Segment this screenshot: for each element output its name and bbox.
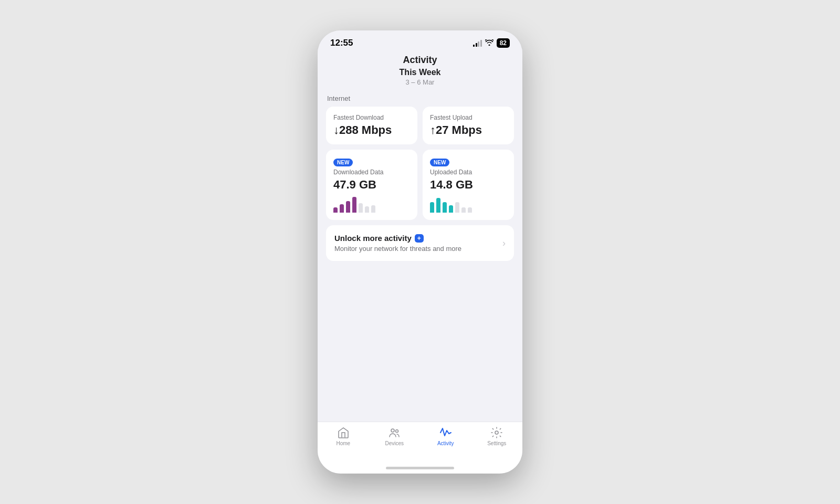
fastest-upload-title: Fastest Upload (430, 114, 507, 121)
upload-bar-chart (430, 196, 507, 213)
week-label: This Week (326, 68, 514, 77)
page-title: Activity (326, 55, 514, 66)
svg-point-0 (391, 429, 394, 432)
fastest-upload-card: Fastest Upload ↑27 Mbps (423, 107, 514, 144)
downloaded-data-title: Downloaded Data (333, 169, 410, 176)
tab-home-label: Home (336, 440, 350, 446)
battery-icon: 82 (497, 38, 510, 48)
tab-activity[interactable]: Activity (430, 426, 461, 446)
date-range: 3 – 6 Mar (326, 78, 514, 86)
downloaded-data-new-badge: NEW (333, 159, 353, 166)
fastest-download-title: Fastest Download (333, 114, 410, 121)
home-icon (337, 426, 350, 439)
fastest-upload-value: ↑27 Mbps (430, 123, 507, 137)
downloaded-data-value: 47.9 GB (333, 178, 410, 192)
devices-icon (388, 426, 401, 439)
phone-frame: 12:55 82 Activity This Week 3 – 6 Ma (318, 30, 522, 474)
tab-home[interactable]: Home (328, 426, 359, 446)
tab-devices-label: Devices (385, 440, 404, 446)
chevron-right-icon: › (502, 238, 506, 249)
unlock-title: Unlock more activity + (334, 234, 502, 243)
uploaded-data-card: NEW Uploaded Data 14.8 GB (423, 150, 514, 220)
wifi-icon (485, 39, 494, 47)
download-bar-chart (333, 196, 410, 213)
tab-bar: Home Devices Activity Settings (318, 422, 522, 459)
signal-bars-icon (473, 40, 482, 47)
fastest-download-card: Fastest Download ↓288 Mbps (326, 107, 417, 144)
uploaded-data-value: 14.8 GB (430, 178, 507, 192)
internet-cards-grid: Fastest Download ↓288 Mbps Fastest Uploa… (326, 107, 514, 220)
downloaded-data-card: NEW Downloaded Data 47.9 GB (326, 150, 417, 220)
tab-settings-label: Settings (487, 440, 506, 446)
status-icons: 82 (473, 38, 510, 48)
unlock-subtitle: Monitor your network for threats and mor… (334, 245, 502, 253)
tab-devices[interactable]: Devices (379, 426, 410, 446)
uploaded-data-title: Uploaded Data (430, 169, 507, 176)
unlock-text-block: Unlock more activity + Monitor your netw… (334, 234, 502, 253)
activity-icon (439, 426, 452, 439)
status-time: 12:55 (330, 38, 353, 48)
home-indicator (318, 459, 522, 474)
svg-point-1 (396, 430, 398, 433)
main-content: Activity This Week 3 – 6 Mar Internet Fa… (318, 52, 522, 422)
svg-point-2 (495, 431, 498, 434)
plus-badge: + (415, 234, 424, 243)
section-internet-label: Internet (327, 94, 514, 102)
uploaded-data-new-badge: NEW (430, 159, 449, 166)
unlock-activity-card[interactable]: Unlock more activity + Monitor your netw… (326, 225, 514, 261)
tab-settings[interactable]: Settings (481, 426, 512, 446)
fastest-download-value: ↓288 Mbps (333, 123, 410, 137)
settings-icon (490, 426, 503, 439)
status-bar: 12:55 82 (318, 30, 522, 52)
tab-activity-label: Activity (437, 440, 454, 446)
